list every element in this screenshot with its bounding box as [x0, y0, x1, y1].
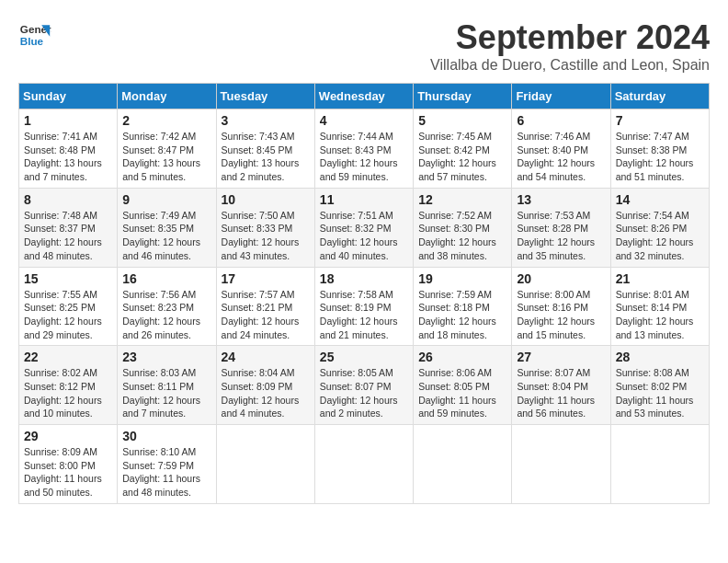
day-detail: Sunrise: 7:48 AMSunset: 8:37 PMDaylight:… [24, 210, 102, 261]
calendar-week-row: 15 Sunrise: 7:55 AMSunset: 8:25 PMDaylig… [19, 267, 710, 346]
calendar-cell: 3 Sunrise: 7:43 AMSunset: 8:45 PMDayligh… [216, 109, 314, 189]
calendar-header-row: SundayMondayTuesdayWednesdayThursdayFrid… [19, 84, 710, 109]
header-friday: Friday [512, 84, 610, 109]
day-detail: Sunrise: 7:51 AMSunset: 8:32 PMDaylight:… [320, 210, 398, 261]
day-detail: Sunrise: 8:10 AMSunset: 7:59 PMDaylight:… [122, 446, 200, 498]
calendar-cell: 17 Sunrise: 7:57 AMSunset: 8:21 PMDaylig… [216, 267, 314, 346]
day-detail: Sunrise: 7:52 AMSunset: 8:30 PMDaylight:… [418, 210, 496, 261]
page-header: General Blue September 2024 Villalba de … [18, 18, 710, 74]
header-tuesday: Tuesday [216, 84, 314, 109]
day-number: 13 [517, 192, 605, 207]
title-section: September 2024 Villalba de Duero, Castil… [430, 18, 710, 74]
day-detail: Sunrise: 7:57 AMSunset: 8:21 PMDaylight:… [222, 289, 300, 340]
day-detail: Sunrise: 7:47 AMSunset: 8:38 PMDaylight:… [616, 131, 694, 182]
calendar-cell: 25 Sunrise: 8:05 AMSunset: 8:07 PMDaylig… [314, 346, 413, 425]
calendar-cell [414, 425, 512, 504]
calendar-cell: 14 Sunrise: 7:54 AMSunset: 8:26 PMDaylig… [610, 188, 709, 267]
day-number: 27 [517, 350, 605, 364]
calendar-cell: 15 Sunrise: 7:55 AMSunset: 8:25 PMDaylig… [19, 267, 118, 346]
day-detail: Sunrise: 8:02 AMSunset: 8:12 PMDaylight:… [24, 367, 102, 419]
day-number: 14 [616, 192, 704, 207]
calendar-cell: 19 Sunrise: 7:59 AMSunset: 8:18 PMDaylig… [414, 267, 512, 346]
calendar-cell: 18 Sunrise: 7:58 AMSunset: 8:19 PMDaylig… [314, 267, 413, 346]
calendar-cell: 6 Sunrise: 7:46 AMSunset: 8:40 PMDayligh… [512, 109, 610, 189]
day-detail: Sunrise: 8:08 AMSunset: 8:02 PMDaylight:… [616, 367, 694, 419]
calendar-week-row: 22 Sunrise: 8:02 AMSunset: 8:12 PMDaylig… [19, 346, 710, 425]
calendar-cell: 10 Sunrise: 7:50 AMSunset: 8:33 PMDaylig… [216, 188, 314, 267]
month-title: September 2024 [430, 18, 710, 57]
day-number: 18 [320, 271, 408, 286]
calendar-week-row: 29 Sunrise: 8:09 AMSunset: 8:00 PMDaylig… [19, 425, 710, 504]
day-number: 22 [24, 350, 112, 364]
day-number: 3 [222, 113, 310, 128]
calendar-cell: 12 Sunrise: 7:52 AMSunset: 8:30 PMDaylig… [414, 188, 512, 267]
calendar-week-row: 8 Sunrise: 7:48 AMSunset: 8:37 PMDayligh… [19, 188, 710, 267]
day-number: 15 [24, 271, 112, 286]
calendar-cell [512, 425, 610, 504]
day-detail: Sunrise: 8:01 AMSunset: 8:14 PMDaylight:… [616, 289, 694, 340]
day-number: 29 [24, 429, 112, 443]
header-saturday: Saturday [610, 84, 709, 109]
day-number: 21 [616, 271, 704, 286]
day-number: 12 [418, 192, 506, 207]
day-number: 25 [320, 350, 408, 364]
day-detail: Sunrise: 7:49 AMSunset: 8:35 PMDaylight:… [122, 210, 200, 261]
calendar-cell: 11 Sunrise: 7:51 AMSunset: 8:32 PMDaylig… [314, 188, 413, 267]
calendar-cell: 24 Sunrise: 8:04 AMSunset: 8:09 PMDaylig… [216, 346, 314, 425]
day-number: 17 [222, 271, 310, 286]
logo-icon: General Blue [18, 18, 51, 52]
calendar-cell: 8 Sunrise: 7:48 AMSunset: 8:37 PMDayligh… [19, 188, 118, 267]
calendar-cell: 9 Sunrise: 7:49 AMSunset: 8:35 PMDayligh… [118, 188, 216, 267]
day-number: 4 [320, 113, 408, 128]
day-detail: Sunrise: 7:41 AMSunset: 8:48 PMDaylight:… [24, 131, 102, 182]
calendar-cell [314, 425, 413, 504]
day-detail: Sunrise: 8:04 AMSunset: 8:09 PMDaylight:… [222, 367, 300, 419]
calendar-cell: 23 Sunrise: 8:03 AMSunset: 8:11 PMDaylig… [118, 346, 216, 425]
day-detail: Sunrise: 7:44 AMSunset: 8:43 PMDaylight:… [320, 131, 398, 182]
day-detail: Sunrise: 8:09 AMSunset: 8:00 PMDaylight:… [24, 446, 102, 498]
day-number: 20 [517, 271, 605, 286]
day-detail: Sunrise: 8:06 AMSunset: 8:05 PMDaylight:… [418, 367, 496, 419]
day-number: 23 [122, 350, 210, 364]
calendar-cell: 7 Sunrise: 7:47 AMSunset: 8:38 PMDayligh… [610, 109, 709, 189]
day-detail: Sunrise: 7:53 AMSunset: 8:28 PMDaylight:… [517, 210, 595, 261]
day-number: 9 [122, 192, 210, 207]
calendar-cell: 4 Sunrise: 7:44 AMSunset: 8:43 PMDayligh… [314, 109, 413, 189]
day-detail: Sunrise: 7:50 AMSunset: 8:33 PMDaylight:… [222, 210, 300, 261]
day-detail: Sunrise: 7:42 AMSunset: 8:47 PMDaylight:… [122, 131, 200, 182]
day-number: 28 [616, 350, 704, 364]
calendar-cell: 16 Sunrise: 7:56 AMSunset: 8:23 PMDaylig… [118, 267, 216, 346]
day-detail: Sunrise: 7:58 AMSunset: 8:19 PMDaylight:… [320, 289, 398, 340]
header-wednesday: Wednesday [314, 84, 413, 109]
calendar-cell: 29 Sunrise: 8:09 AMSunset: 8:00 PMDaylig… [19, 425, 118, 504]
day-number: 7 [616, 113, 704, 128]
calendar-cell [216, 425, 314, 504]
day-number: 19 [418, 271, 506, 286]
day-detail: Sunrise: 8:03 AMSunset: 8:11 PMDaylight:… [122, 367, 200, 419]
calendar-cell: 21 Sunrise: 8:01 AMSunset: 8:14 PMDaylig… [610, 267, 709, 346]
header-thursday: Thursday [414, 84, 512, 109]
calendar-cell: 2 Sunrise: 7:42 AMSunset: 8:47 PMDayligh… [118, 109, 216, 189]
day-number: 8 [24, 192, 112, 207]
day-number: 16 [122, 271, 210, 286]
calendar-cell: 20 Sunrise: 8:00 AMSunset: 8:16 PMDaylig… [512, 267, 610, 346]
day-detail: Sunrise: 7:43 AMSunset: 8:45 PMDaylight:… [222, 131, 300, 182]
calendar-cell: 27 Sunrise: 8:07 AMSunset: 8:04 PMDaylig… [512, 346, 610, 425]
day-number: 11 [320, 192, 408, 207]
day-detail: Sunrise: 8:00 AMSunset: 8:16 PMDaylight:… [517, 289, 595, 340]
day-detail: Sunrise: 8:05 AMSunset: 8:07 PMDaylight:… [320, 367, 398, 419]
location-subtitle: Villalba de Duero, Castille and Leon, Sp… [430, 57, 710, 74]
day-detail: Sunrise: 7:55 AMSunset: 8:25 PMDaylight:… [24, 289, 102, 340]
day-detail: Sunrise: 7:59 AMSunset: 8:18 PMDaylight:… [418, 289, 496, 340]
day-number: 6 [517, 113, 605, 128]
day-number: 26 [418, 350, 506, 364]
svg-text:Blue: Blue [20, 35, 44, 47]
calendar-cell [610, 425, 709, 504]
calendar-cell: 1 Sunrise: 7:41 AMSunset: 8:48 PMDayligh… [19, 109, 118, 189]
header-sunday: Sunday [19, 84, 118, 109]
day-number: 1 [24, 113, 112, 128]
calendar-cell: 13 Sunrise: 7:53 AMSunset: 8:28 PMDaylig… [512, 188, 610, 267]
calendar-cell: 30 Sunrise: 8:10 AMSunset: 7:59 PMDaylig… [118, 425, 216, 504]
day-detail: Sunrise: 7:46 AMSunset: 8:40 PMDaylight:… [517, 131, 595, 182]
header-monday: Monday [118, 84, 216, 109]
